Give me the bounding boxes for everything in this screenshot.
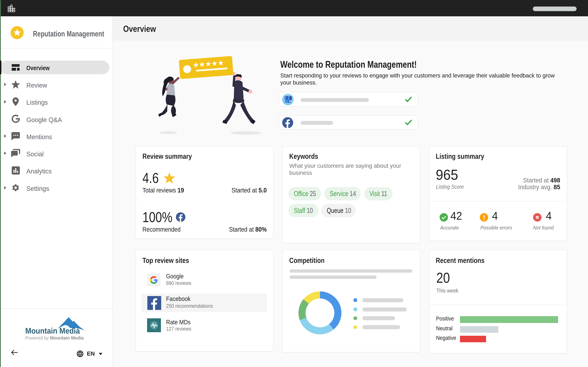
svg-text:G: G: [289, 100, 291, 103]
